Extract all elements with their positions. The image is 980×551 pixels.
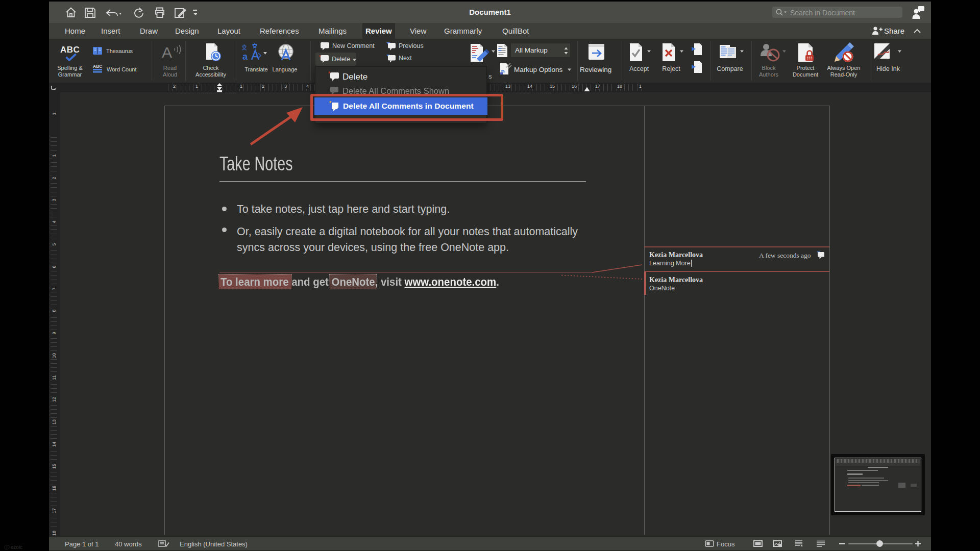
svg-text:a: a <box>242 52 248 62</box>
svg-text:*: * <box>328 71 330 77</box>
svg-text:ABC: ABC <box>93 64 102 69</box>
